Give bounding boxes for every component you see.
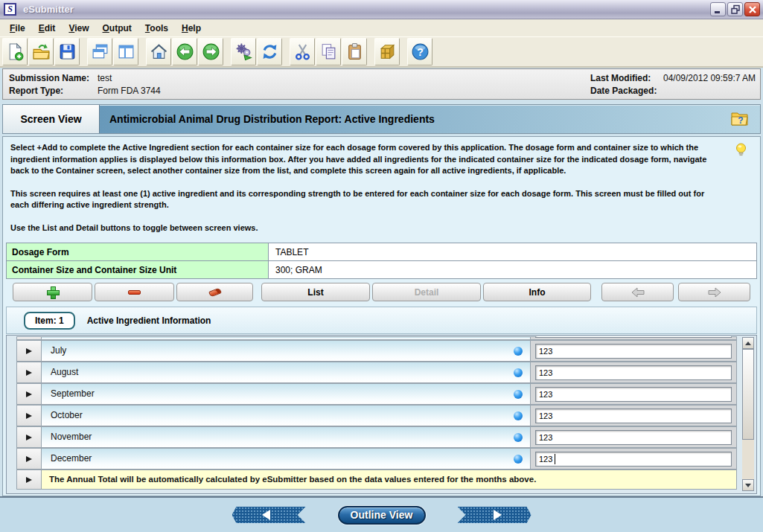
row-expand-button[interactable] <box>16 340 42 362</box>
remove-button[interactable] <box>95 283 174 301</box>
paste-button[interactable] <box>342 38 367 65</box>
info-button[interactable]: Info <box>483 283 591 301</box>
menu-view[interactable]: View <box>62 21 95 36</box>
package-button[interactable] <box>374 38 400 65</box>
outline-view-button[interactable]: Outline View <box>338 506 426 525</box>
last-modified-label: Last Modified: <box>590 73 651 83</box>
row-expand-button[interactable] <box>16 448 42 469</box>
restore-button[interactable] <box>727 2 743 16</box>
month-value-input[interactable] <box>535 452 732 467</box>
forward-button[interactable] <box>198 38 223 65</box>
row-expand-button[interactable] <box>16 469 42 490</box>
list-row-september: September <box>16 383 737 405</box>
close-button[interactable] <box>744 2 760 16</box>
refresh-button[interactable] <box>257 38 282 65</box>
svg-text:?: ? <box>738 115 743 126</box>
menu-tools[interactable]: Tools <box>138 21 175 36</box>
month-label: December <box>51 453 92 464</box>
row-arrow-icon <box>26 413 32 419</box>
vertical-scrollbar[interactable] <box>742 337 754 491</box>
new-document-button[interactable] <box>2 38 28 65</box>
action-button-row: List Detail Info <box>6 282 759 302</box>
status-sphere-icon <box>514 390 523 399</box>
save-button[interactable] <box>54 38 80 65</box>
run-process-icon <box>234 42 253 61</box>
status-sphere-icon <box>514 433 523 442</box>
table-row: Container Size and Container Size Unit 3… <box>6 260 757 279</box>
toolbar-group-help: ? <box>407 38 433 65</box>
dosage-form-value: TABLET <box>269 243 756 260</box>
month-value-input[interactable] <box>535 365 732 380</box>
title-bar[interactable]: S eSubmitter <box>0 0 763 19</box>
screen-title: Antimicrobial Animal Drug Distribution R… <box>109 113 435 125</box>
save-icon <box>58 42 77 61</box>
month-label: July <box>51 345 66 356</box>
toolbar-group-nav <box>146 38 224 65</box>
menu-edit[interactable]: Edit <box>32 21 63 36</box>
value-cell <box>530 383 737 405</box>
scroll-down-button[interactable] <box>742 479 754 491</box>
menu-file[interactable]: File <box>3 21 32 36</box>
row-expand-button[interactable] <box>16 405 42 426</box>
scrollbar-thumb[interactable] <box>742 349 754 440</box>
minimize-button[interactable] <box>710 2 726 16</box>
last-modified-value: 04/09/2012 09:59:7 AM <box>663 73 756 83</box>
folder-help-button[interactable]: ? <box>730 110 750 130</box>
next-item-button[interactable] <box>678 283 750 301</box>
folder-help-icon: ? <box>730 110 750 128</box>
back-button[interactable] <box>172 38 197 65</box>
menu-bar: File Edit View Output Tools Help <box>0 19 763 36</box>
copy-button[interactable] <box>316 38 341 65</box>
row-arrow-icon <box>26 456 32 462</box>
row-arrow-icon <box>26 435 32 440</box>
content-panel: Select +Add to complete the Active Ingre… <box>2 136 761 496</box>
instruction-paragraph-1: Select +Add to complete the Active Ingre… <box>10 142 718 177</box>
arrow-right-icon <box>708 287 721 298</box>
add-button[interactable] <box>13 283 92 301</box>
detail-button[interactable]: Detail <box>372 283 481 301</box>
row-expand-button[interactable] <box>16 426 42 448</box>
restore-icon <box>730 4 741 14</box>
list-button[interactable]: List <box>261 283 370 301</box>
instruction-paragraph-3: Use the List and Detail buttons to toggl… <box>10 222 718 234</box>
month-value-input[interactable] <box>535 387 732 402</box>
toolbar-group-process <box>231 38 283 65</box>
remove-all-button[interactable] <box>176 283 253 301</box>
table-row: Dosage Form TABLET <box>6 243 757 261</box>
split-view-button[interactable] <box>113 38 138 65</box>
month-value-input[interactable] <box>535 408 732 423</box>
package-icon <box>378 42 397 61</box>
list-row-annual-total: The Annual Total will be automatically c… <box>16 469 737 490</box>
svg-text:?: ? <box>417 46 424 58</box>
submission-name-label: Submission Name: <box>9 73 89 83</box>
cascade-windows-button[interactable] <box>87 38 112 65</box>
close-icon <box>748 5 757 14</box>
paste-icon <box>345 42 364 61</box>
row-expand-button[interactable] <box>16 383 42 405</box>
scroll-up-button[interactable] <box>742 337 754 349</box>
menu-output[interactable]: Output <box>96 21 138 36</box>
month-value-input[interactable] <box>535 336 732 338</box>
row-expand-button[interactable] <box>16 362 42 383</box>
next-screen-button[interactable] <box>458 507 531 523</box>
item-header-strip: Item: 1 Active Ingredient Information <box>6 307 757 334</box>
status-sphere-icon <box>514 347 523 356</box>
cut-button[interactable] <box>290 38 315 65</box>
month-value-input[interactable] <box>535 430 732 445</box>
open-button[interactable] <box>28 38 54 65</box>
help-button[interactable]: ? <box>407 38 432 65</box>
home-button[interactable] <box>146 38 171 65</box>
forward-icon <box>202 42 220 61</box>
list-row-october: October <box>16 405 737 426</box>
list-row-august: August <box>16 362 737 383</box>
previous-item-button[interactable] <box>601 283 674 301</box>
run-process-button[interactable] <box>231 38 256 65</box>
screen-header: Screen View Antimicrobial Animal Drug Di… <box>2 104 761 134</box>
menu-help[interactable]: Help <box>175 21 208 36</box>
previous-screen-button[interactable] <box>232 507 306 523</box>
delete-icon <box>208 287 222 297</box>
month-value-input[interactable] <box>535 344 732 359</box>
toolbar-group-file <box>2 38 80 65</box>
month-cell: August <box>41 362 531 383</box>
list-row-december: December <box>16 448 737 469</box>
